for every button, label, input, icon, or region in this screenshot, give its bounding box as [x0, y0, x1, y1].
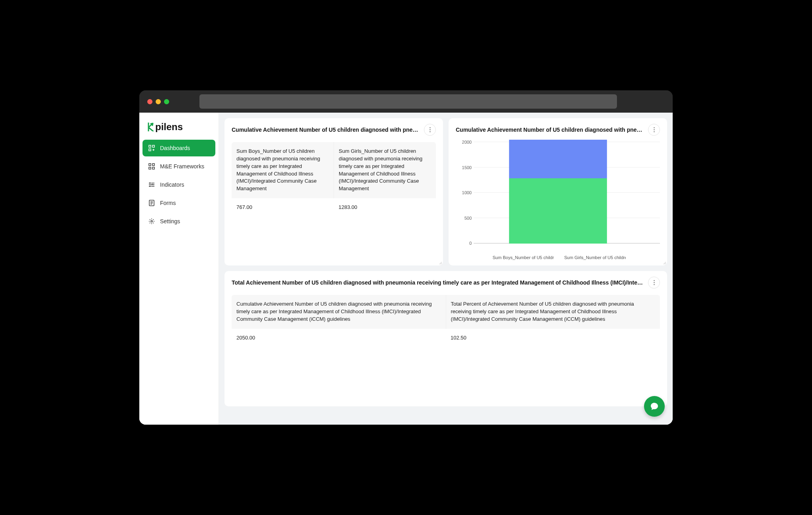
y-tick: 500: [456, 216, 472, 220]
table-row: 2050.00 102.50: [232, 329, 660, 347]
sidebar-item-label: M&E Frameworks: [160, 163, 204, 170]
column-header: Total Percent of Achievement Number of U…: [446, 295, 660, 329]
column-header: Cumulative Achievement Number of U5 chil…: [232, 295, 446, 329]
svg-rect-7: [149, 167, 151, 169]
data-table: Sum Boys_Number of U5 children diagnosed…: [232, 142, 436, 217]
table-cell-value: 1283.00: [334, 198, 436, 217]
chart-legend: Sum Boys_Number of U5 childre... Sum Gir…: [456, 255, 660, 260]
main-content: Cumulative Achievement Number of U5 chil…: [219, 113, 673, 425]
logo-text: pilens: [155, 121, 183, 133]
svg-point-14: [429, 127, 430, 128]
card-header: Cumulative Achievement Number of U5 chil…: [232, 124, 436, 136]
more-vertical-icon: [429, 127, 431, 133]
svg-point-21: [654, 282, 654, 283]
data-table: Cumulative Achievement Number of U5 chil…: [232, 295, 660, 347]
svg-point-19: [654, 131, 654, 132]
svg-rect-2: [149, 149, 151, 151]
sidebar-item-indicators[interactable]: Indicators: [142, 176, 215, 193]
svg-point-16: [429, 131, 430, 132]
more-vertical-icon: [654, 280, 655, 285]
bar-stack: [509, 140, 607, 244]
legend-item-boys: Sum Boys_Number of U5 childre...: [490, 255, 554, 260]
table-cell-value: 767.00: [232, 198, 334, 217]
maximize-window-button[interactable]: [164, 99, 169, 104]
app-body: pilens Dashboards M&E Frameworks Indicat…: [139, 113, 673, 425]
svg-point-13: [151, 220, 152, 222]
card-title: Cumulative Achievement Number of U5 chil…: [232, 127, 419, 133]
sidebar-item-label: Settings: [160, 218, 180, 224]
sidebar-item-label: Forms: [160, 200, 176, 206]
chat-fab[interactable]: [644, 396, 665, 417]
svg-point-18: [654, 129, 654, 130]
card-table-total: Total Achievement Number of U5 children …: [224, 271, 667, 406]
minimize-window-button[interactable]: [156, 99, 161, 104]
svg-point-15: [429, 129, 430, 130]
svg-rect-0: [149, 145, 151, 147]
resize-handle[interactable]: [662, 260, 666, 265]
table-header-row: Sum Boys_Number of U5 children diagnosed…: [232, 142, 436, 198]
svg-rect-1: [152, 145, 154, 147]
card-header: Total Achievement Number of U5 children …: [232, 277, 660, 289]
url-bar[interactable]: [199, 94, 617, 109]
sidebar-item-forms[interactable]: Forms: [142, 195, 215, 211]
y-tick: 1500: [456, 165, 472, 170]
top-row: Cumulative Achievement Number of U5 chil…: [224, 118, 667, 265]
logo: pilens: [142, 119, 215, 140]
table-cell-value: 102.50: [446, 329, 660, 347]
sidebar-item-label: Dashboards: [160, 145, 190, 151]
svg-point-20: [654, 280, 654, 281]
close-window-button[interactable]: [147, 99, 152, 104]
table-header-row: Cumulative Achievement Number of U5 chil…: [232, 295, 660, 329]
y-tick: 0: [456, 241, 472, 246]
bar-segment-boys: [509, 140, 607, 179]
traffic-lights: [147, 99, 169, 104]
legend-label: Sum Girls_Number of U5 childre...: [564, 255, 626, 260]
card-more-button[interactable]: [648, 277, 660, 289]
y-tick: 1000: [456, 190, 472, 195]
card-more-button[interactable]: [424, 124, 436, 136]
column-header: Sum Boys_Number of U5 children diagnosed…: [232, 142, 334, 198]
sidebar-item-label: Indicators: [160, 181, 184, 188]
indicators-icon: [148, 181, 155, 188]
titlebar: [139, 90, 673, 113]
card-more-button[interactable]: [648, 124, 660, 136]
app-window: pilens Dashboards M&E Frameworks Indicat…: [139, 90, 673, 425]
more-vertical-icon: [654, 127, 655, 133]
dashboard-icon: [148, 144, 155, 152]
forms-icon: [148, 199, 155, 207]
card-chart-stacked: Cumulative Achievement Number of U5 chil…: [449, 118, 667, 265]
logo-mark: [147, 123, 154, 131]
svg-point-17: [654, 127, 654, 128]
sidebar: pilens Dashboards M&E Frameworks Indicat…: [139, 113, 219, 425]
frameworks-icon: [148, 163, 155, 170]
card-title: Cumulative Achievement Number of U5 chil…: [456, 127, 643, 133]
legend-item-girls: Sum Girls_Number of U5 childre...: [562, 255, 626, 260]
bar-segment-girls: [509, 178, 607, 244]
table-row: 767.00 1283.00: [232, 198, 436, 217]
sidebar-item-frameworks[interactable]: M&E Frameworks: [142, 158, 215, 175]
card-table-boys-girls: Cumulative Achievement Number of U5 chil…: [224, 118, 443, 265]
sidebar-item-settings[interactable]: Settings: [142, 213, 215, 230]
svg-point-22: [654, 284, 654, 285]
svg-rect-5: [149, 164, 151, 166]
y-tick: 2000: [456, 140, 472, 144]
card-title: Total Achievement Number of U5 children …: [232, 279, 643, 286]
column-header: Sum Girls_Number of U5 children diagnose…: [334, 142, 436, 198]
svg-rect-6: [152, 164, 154, 166]
settings-icon: [148, 218, 155, 225]
chat-icon: [650, 402, 659, 411]
stacked-bar-chart: 2000 1500 1000 500 0: [456, 142, 660, 254]
sidebar-item-dashboards[interactable]: Dashboards: [142, 140, 215, 156]
svg-rect-8: [152, 167, 154, 169]
table-cell-value: 2050.00: [232, 329, 446, 347]
resize-handle[interactable]: [437, 260, 442, 265]
card-header: Cumulative Achievement Number of U5 chil…: [456, 124, 660, 136]
legend-label: Sum Boys_Number of U5 childre...: [493, 255, 554, 260]
